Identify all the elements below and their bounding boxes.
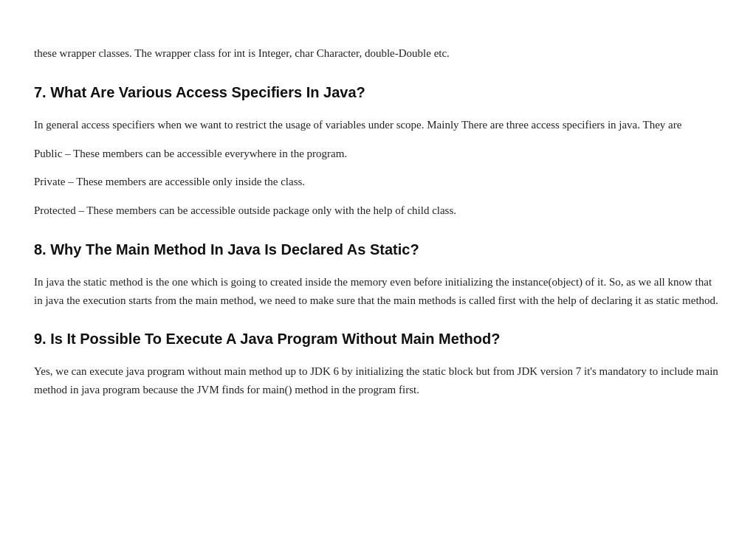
section-7-protected: Protected – These members can be accessi…: [34, 201, 722, 220]
section-8-para-1: In java the static method is the one whi…: [34, 273, 722, 310]
section-7-para-1: In general access specifiers when we wan…: [34, 116, 722, 134]
section-8: 8. Why The Main Method In Java Is Declar…: [34, 238, 722, 310]
section-7-public: Public – These members can be accessible…: [34, 145, 722, 163]
section-9-heading: 9. Is It Possible To Execute A Java Prog…: [34, 327, 722, 351]
section-7-heading: 7. What Are Various Access Specifiers In…: [34, 80, 722, 104]
section-7: 7. What Are Various Access Specifiers In…: [34, 80, 722, 220]
section-9-para-1: Yes, we can execute java program without…: [34, 362, 722, 399]
section-7-private: Private – These members are accessible o…: [34, 173, 722, 191]
section-8-heading: 8. Why The Main Method In Java Is Declar…: [34, 238, 722, 261]
page-container: these wrapper classes. The wrapper class…: [0, 0, 756, 454]
intro-text: these wrapper classes. The wrapper class…: [34, 44, 722, 63]
section-9: 9. Is It Possible To Execute A Java Prog…: [34, 327, 722, 399]
